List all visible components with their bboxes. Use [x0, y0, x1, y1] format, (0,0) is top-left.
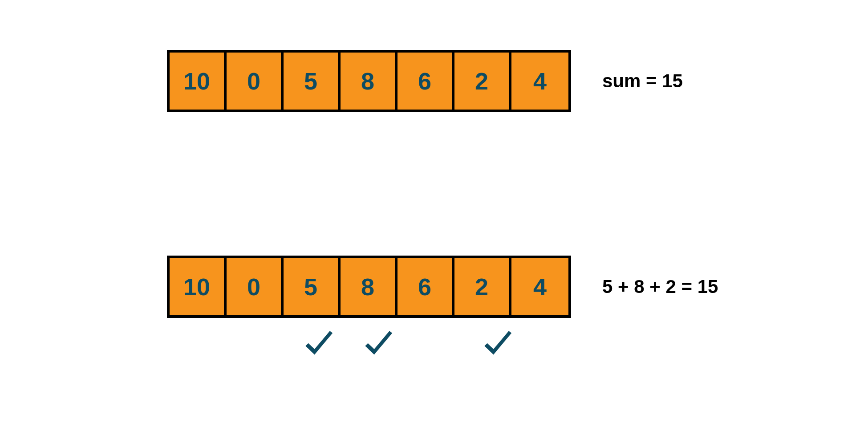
- check-slot-3: [349, 327, 408, 363]
- check-slot-6: [527, 327, 587, 363]
- check-slot-5: [468, 327, 527, 363]
- row-1: 10 0 5 8 6 2 4 sum = 15: [167, 50, 683, 112]
- array-2: 10 0 5 8 6 2 4: [167, 256, 571, 318]
- array-1: 10 0 5 8 6 2 4: [167, 50, 571, 112]
- array-1-cell-1: 0: [227, 53, 284, 110]
- check-row: [170, 327, 587, 363]
- array-1-cell-2: 5: [284, 53, 341, 110]
- row-1-caption: sum = 15: [602, 70, 683, 92]
- check-slot-0: [170, 327, 229, 363]
- array-2-cell-3: 8: [341, 258, 397, 315]
- check-slot-2: [289, 327, 349, 363]
- row-2-caption: 5 + 8 + 2 = 15: [602, 276, 718, 297]
- array-1-cell-0: 10: [170, 53, 227, 110]
- array-1-cell-4: 6: [397, 53, 454, 110]
- check-slot-4: [408, 327, 468, 363]
- array-2-cell-2: 5: [284, 258, 341, 315]
- check-slot-1: [229, 327, 289, 363]
- array-2-cell-5: 2: [454, 258, 511, 315]
- check-icon: [480, 327, 515, 363]
- check-icon: [361, 327, 396, 363]
- check-icon: [301, 327, 336, 363]
- array-1-cell-3: 8: [341, 53, 397, 110]
- diagram-stage: 10 0 5 8 6 2 4 sum = 15 10 0 5 8 6 2 4 5…: [0, 0, 868, 423]
- array-1-cell-5: 2: [454, 53, 511, 110]
- array-2-cell-1: 0: [227, 258, 284, 315]
- array-2-cell-4: 6: [397, 258, 454, 315]
- array-1-cell-6: 4: [511, 53, 568, 110]
- row-2: 10 0 5 8 6 2 4 5 + 8 + 2 = 15: [167, 256, 718, 318]
- array-2-cell-0: 10: [170, 258, 227, 315]
- array-2-cell-6: 4: [511, 258, 568, 315]
